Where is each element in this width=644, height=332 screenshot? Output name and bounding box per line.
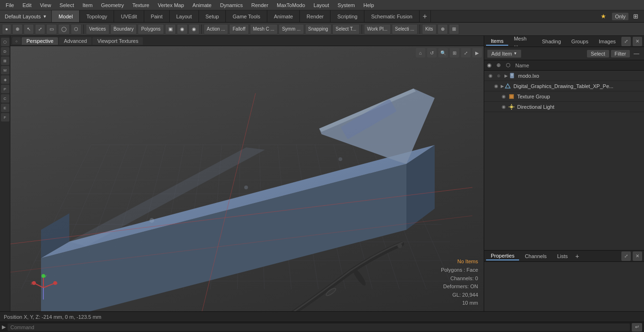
layout-tab-game-tools[interactable]: Game Tools <box>226 10 267 22</box>
menu-system[interactable]: System <box>334 1 359 9</box>
layout-tab-paint[interactable]: Paint <box>144 10 170 22</box>
falloff-button[interactable]: Falloff <box>229 24 248 34</box>
toolbar-cursor[interactable]: ↖ <box>24 24 34 34</box>
select-t-button[interactable]: Select T... <box>332 24 360 34</box>
lower-tab-lists[interactable]: Lists <box>553 252 573 260</box>
layout-tab-model[interactable]: Model <box>52 10 80 22</box>
panel-expand-icon[interactable]: ⤢ <box>621 37 631 46</box>
tree-row-modo-lxo[interactable]: ◉ ⊕ ▶ modo.lxo <box>484 71 644 81</box>
lower-tab-add-icon[interactable]: + <box>573 252 581 260</box>
vp-rotate-icon[interactable]: ↺ <box>427 48 437 57</box>
sidebar-icon-5[interactable]: ◈ <box>1 75 9 84</box>
sidebar-icon-9[interactable]: F <box>1 113 9 121</box>
extra-icon[interactable]: ⊕ <box>438 24 448 34</box>
menu-view[interactable]: View <box>36 1 55 9</box>
mesh-icon-btn[interactable]: ▣ <box>165 24 176 34</box>
toolbar-circle[interactable]: ◯ <box>58 24 70 34</box>
vp-zoom-icon[interactable]: 🔍 <box>438 48 448 57</box>
layout-dropdown[interactable]: Default Layouts ▼ <box>0 10 52 22</box>
menu-dynamics[interactable]: Dynamics <box>216 1 247 9</box>
sidebar-icon-8[interactable]: E <box>1 104 9 112</box>
panel-tab-groups[interactable]: Groups <box>567 38 593 45</box>
vp-tab-perspective[interactable]: Perspective <box>22 37 58 45</box>
menu-animate[interactable]: Animate <box>189 1 215 9</box>
tree-expand-icon-2[interactable]: ▶ <box>500 84 504 89</box>
tree-row-texture[interactable]: ◉ Texture Group <box>484 91 644 102</box>
layout-tab-schematic-fusion[interactable]: Schematic Fusion <box>364 10 419 22</box>
only-button[interactable]: Only <box>612 13 628 20</box>
vertices-button[interactable]: Vertices <box>86 24 109 34</box>
sidebar-icon-2[interactable]: D <box>1 47 9 56</box>
expand-icon[interactable]: ⊞ <box>631 13 640 20</box>
tree-eye-icon-4[interactable]: ◉ <box>499 104 508 109</box>
sidebar-icon-4[interactable]: M <box>1 66 9 74</box>
tree-expand-icon[interactable]: ▶ <box>503 73 509 78</box>
action-button[interactable]: Action ... <box>204 24 229 34</box>
items-filter-button[interactable]: Filter <box>611 50 630 57</box>
panel-tab-images[interactable]: Images <box>594 38 620 45</box>
sidebar-icon-7[interactable]: C <box>1 94 9 103</box>
menu-select[interactable]: Select <box>56 1 78 9</box>
layout-tab-topology[interactable]: Topology <box>80 10 114 22</box>
lower-panel-close-icon[interactable]: ✕ <box>633 251 642 261</box>
mesh-c-button[interactable]: Mesh C ... <box>250 24 278 34</box>
vp-tab-advanced[interactable]: Advanced <box>59 37 91 45</box>
eye-icon-btn[interactable]: ◉ <box>177 24 188 34</box>
menu-geometry[interactable]: Geometry <box>97 1 127 9</box>
command-input[interactable] <box>8 324 630 331</box>
tree-eye-icon[interactable]: ◉ <box>486 73 495 78</box>
work-pl-button[interactable]: Work Pl... <box>364 24 391 34</box>
vp-fit-icon[interactable]: ⊞ <box>450 48 459 57</box>
items-select-button[interactable]: Select <box>587 50 609 57</box>
menu-vertex-map[interactable]: Vertex Map <box>154 1 188 9</box>
selecti-button[interactable]: Selecti ... <box>392 24 418 34</box>
sidebar-icon-3[interactable]: ⊞ <box>1 57 9 65</box>
menu-layout[interactable]: Layout <box>310 1 333 9</box>
tree-row-light[interactable]: ◉ Directional Light <box>484 102 644 112</box>
tree-eye-icon-3[interactable]: ◉ <box>499 94 508 99</box>
layout-tab-setup[interactable]: Setup <box>199 10 226 22</box>
menu-item[interactable]: Item <box>79 1 96 9</box>
menu-texture[interactable]: Texture <box>129 1 153 9</box>
lower-tab-properties[interactable]: Properties <box>486 252 519 260</box>
star-icon[interactable]: ★ <box>598 13 609 20</box>
snapping-button[interactable]: Snapping <box>305 24 331 34</box>
toolbar-transform[interactable]: ⤢ <box>35 24 45 34</box>
vp-expand-icon[interactable]: ⤢ <box>461 48 471 57</box>
layout-tab-scripting[interactable]: Scripting <box>330 10 364 22</box>
vp-tab-viewport-textures[interactable]: Viewport Textures <box>92 37 143 45</box>
toolbar-rect[interactable]: ▭ <box>46 24 57 34</box>
layout-tab-add-button[interactable]: + <box>420 10 431 22</box>
command-arrow-icon[interactable]: ▶ <box>2 324 6 330</box>
toolbar-lasso[interactable]: ⬡ <box>71 24 82 34</box>
items-collapse-button[interactable]: — <box>632 49 641 58</box>
layout-tab-layout[interactable]: Layout <box>170 10 199 22</box>
kits-button[interactable]: Kits <box>422 24 437 34</box>
extra-icon2[interactable]: ⊞ <box>449 24 459 34</box>
menu-render[interactable]: Render <box>248 1 272 9</box>
vp-arrow-icon[interactable]: ▶ <box>472 48 482 57</box>
toolbar-dot[interactable]: ● <box>2 24 11 34</box>
vp-home-icon[interactable]: ⌂ <box>416 48 425 57</box>
tree-row-tablet[interactable]: ◉ ▶ Digital_Graphics_Drawing_Tablet_XP_P… <box>484 81 644 91</box>
menu-maxtomodo[interactable]: MaxToModo <box>273 1 309 9</box>
sidebar-icon-1[interactable]: ⬡ <box>1 38 9 46</box>
vp-tab-dot[interactable]: ⬦ <box>12 37 21 44</box>
command-submit-button[interactable]: ↵ <box>632 323 642 332</box>
lower-panel-expand-icon[interactable]: ⤢ <box>621 251 631 261</box>
panel-tab-items[interactable]: Items <box>486 37 508 46</box>
lower-tab-channels[interactable]: Channels <box>520 252 551 260</box>
boundary-button[interactable]: Boundary <box>110 24 137 34</box>
layout-tab-animate[interactable]: Animate <box>267 10 300 22</box>
toolbar-globe[interactable]: ⊕ <box>12 24 23 34</box>
tree-eye-icon-2[interactable]: ◉ <box>492 83 500 89</box>
layout-tab-uvedit[interactable]: UVEdit <box>114 10 144 22</box>
polygons-button[interactable]: Polygons <box>138 24 164 34</box>
menu-edit[interactable]: Edit <box>19 1 35 9</box>
viewport-canvas[interactable]: ⌂ ↺ 🔍 ⊞ ⤢ ▶ X Z Y <box>10 46 484 311</box>
layout-tab-render[interactable]: Render <box>300 10 330 22</box>
panel-tab-shading[interactable]: Shading <box>537 38 565 45</box>
panel-tab-mesh[interactable]: Mesh ... <box>509 35 537 48</box>
menu-help[interactable]: Help <box>360 1 378 9</box>
sidebar-icon-6[interactable]: P <box>1 85 9 93</box>
